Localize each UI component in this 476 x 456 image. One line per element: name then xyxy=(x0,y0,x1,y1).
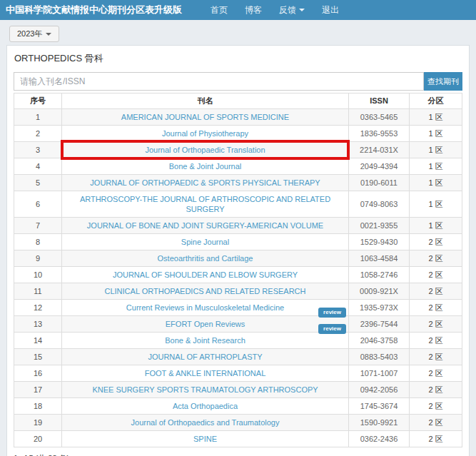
issn-cell: 1590-9921 xyxy=(349,415,410,431)
nav-item-home[interactable]: 首页 xyxy=(211,4,228,16)
table-row: 10JOURNAL OF SHOULDER AND ELBOW SURGERY1… xyxy=(14,267,462,283)
zone-cell: 2 区 xyxy=(410,234,462,250)
row-index: 12 xyxy=(14,300,62,316)
row-index: 11 xyxy=(14,283,62,300)
journal-link[interactable]: Osteoarthritis and Cartilage xyxy=(158,254,253,263)
zone-cell: 1 区 xyxy=(410,218,462,234)
row-index: 19 xyxy=(14,415,62,431)
zone-cell: 1 区 xyxy=(410,158,462,175)
issn-cell: 1836-9553 xyxy=(349,126,410,142)
journal-name-cell: AMERICAN JOURNAL OF SPORTS MEDICINE xyxy=(62,109,349,126)
nav-item-blog[interactable]: 博客 xyxy=(245,4,262,16)
journal-link[interactable]: JOURNAL OF ORTHOPAEDIC & SPORTS PHYSICAL… xyxy=(90,178,320,187)
zone-cell: 2 区 xyxy=(410,431,462,447)
row-index: 18 xyxy=(14,398,62,415)
journal-link[interactable]: Spine Journal xyxy=(181,238,229,246)
table-row: 17KNEE SURGERY SPORTS TRAUMATOLOGY ARTHR… xyxy=(14,382,462,398)
nav-item-logout-label: 退出 xyxy=(322,5,339,15)
nav-links: 首页 博客 反馈 退出 xyxy=(193,4,339,16)
year-toolbar: 2023年 xyxy=(0,20,476,45)
issn-cell: 0009-921X xyxy=(349,283,410,300)
year-dropdown-label: 2023年 xyxy=(17,29,42,38)
row-index: 4 xyxy=(14,158,62,175)
journal-link[interactable]: EFORT Open Reviews xyxy=(166,320,245,328)
table-row: 2Journal of Physiotherapy1836-95531 区 xyxy=(14,126,462,142)
search-input[interactable] xyxy=(14,72,424,91)
row-index: 15 xyxy=(14,349,62,365)
column-header-zone: 分区 xyxy=(410,93,462,109)
journal-name-cell: ARTHROSCOPY-THE JOURNAL OF ARTHROSCOPIC … xyxy=(62,191,349,218)
zone-cell: 2 区 xyxy=(410,382,462,398)
journal-link[interactable]: ARTHROSCOPY-THE JOURNAL OF ARTHROSCOPIC … xyxy=(80,195,330,213)
row-index: 3 xyxy=(14,142,62,158)
journal-name-cell: CLINICAL ORTHOPAEDICS AND RELATED RESEAR… xyxy=(62,283,349,300)
journal-link[interactable]: JOURNAL OF SHOULDER AND ELBOW SURGERY xyxy=(113,270,298,279)
zone-cell: 1 区 xyxy=(410,191,462,218)
journal-link[interactable]: Journal of Physiotherapy xyxy=(162,129,248,138)
row-index: 9 xyxy=(14,250,62,267)
issn-cell: 0362-2436 xyxy=(349,431,410,447)
journal-name-cell: JOURNAL OF ORTHOPAEDIC & SPORTS PHYSICAL… xyxy=(62,175,349,191)
journal-name-cell: Bone & Joint Journal xyxy=(62,158,349,175)
table-row: 7JOURNAL OF BONE AND JOINT SURGERY-AMERI… xyxy=(14,218,462,234)
table-header-row: 序号 刊名 ISSN 分区 xyxy=(14,93,462,109)
journal-name-cell: Acta Orthopaedica xyxy=(62,398,349,415)
year-dropdown-button[interactable]: 2023年 xyxy=(9,26,59,42)
journal-name-cell: Journal of Physiotherapy xyxy=(62,126,349,142)
journal-link[interactable]: Bone & Joint Research xyxy=(165,336,245,345)
journal-link[interactable]: Acta Orthopaedica xyxy=(173,402,238,410)
zone-cell: 2 区 xyxy=(410,250,462,267)
journal-link[interactable]: KNEE SURGERY SPORTS TRAUMATOLOGY ARTHROS… xyxy=(92,385,318,394)
search-button[interactable]: 查找期刊 xyxy=(424,72,462,91)
journal-link[interactable]: CLINICAL ORTHOPAEDICS AND RELATED RESEAR… xyxy=(105,287,306,295)
journal-link[interactable]: FOOT & ANKLE INTERNATIONAL xyxy=(145,369,266,378)
row-index: 14 xyxy=(14,333,62,349)
journal-link[interactable]: AMERICAN JOURNAL OF SPORTS MEDICINE xyxy=(121,113,289,121)
journal-table: 序号 刊名 ISSN 分区 1AMERICAN JOURNAL OF SPORT… xyxy=(14,93,462,447)
review-badge: review xyxy=(318,308,346,318)
row-index: 20 xyxy=(14,431,62,447)
nav-item-feedback[interactable]: 反馈 xyxy=(279,4,305,16)
issn-cell: 1063-4584 xyxy=(349,250,410,267)
journal-name-cell: JOURNAL OF ARTHROPLASTY xyxy=(62,349,349,365)
table-row: 11CLINICAL ORTHOPAEDICS AND RELATED RESE… xyxy=(14,283,462,300)
column-header-journal: 刊名 xyxy=(62,93,349,109)
issn-cell: 1935-973X xyxy=(349,300,410,316)
top-navbar: 中国科学院文献情报中心期刊分区表升级版 首页 博客 反馈 退出 xyxy=(0,0,476,20)
table-row: 18Acta Orthopaedica1745-36742 区 xyxy=(14,398,462,415)
journal-name-cell: Current Reviews in Musculoskeletal Medic… xyxy=(62,300,349,316)
zone-cell: 2 区 xyxy=(410,283,462,300)
issn-cell: 1058-2746 xyxy=(349,267,410,283)
journal-name-cell: KNEE SURGERY SPORTS TRAUMATOLOGY ARTHROS… xyxy=(62,382,349,398)
row-index: 16 xyxy=(14,365,62,382)
nav-item-blog-label: 博客 xyxy=(245,5,262,15)
row-index: 17 xyxy=(14,382,62,398)
journal-name-cell: SPINE xyxy=(62,431,349,447)
chevron-down-icon xyxy=(299,9,305,11)
journal-table-body: 1AMERICAN JOURNAL OF SPORTS MEDICINE0363… xyxy=(14,109,462,447)
journal-link[interactable]: Current Reviews in Musculoskeletal Medic… xyxy=(126,303,284,312)
page-title: ORTHOPEDICS 骨科 xyxy=(7,46,469,70)
issn-cell: 0749-8063 xyxy=(349,191,410,218)
journal-link[interactable]: Journal of Orthopaedics and Traumatology xyxy=(131,418,280,427)
journal-link[interactable]: JOURNAL OF ARTHROPLASTY xyxy=(148,353,262,361)
journal-link[interactable]: SPINE xyxy=(193,435,217,443)
row-index: 6 xyxy=(14,191,62,218)
issn-cell: 2049-4394 xyxy=(349,158,410,175)
journal-name-cell-highlighted: Journal of Orthopaedic Translation xyxy=(62,142,349,158)
journal-link[interactable]: Journal of Orthopaedic Translation xyxy=(145,146,265,154)
journal-name-cell: Bone & Joint Research xyxy=(62,333,349,349)
page-count-info: 1 of 5 (共 88 条) xyxy=(14,453,462,456)
zone-cell: 1 区 xyxy=(410,109,462,126)
row-index: 2 xyxy=(14,126,62,142)
table-row: 14Bone & Joint Research2046-37582 区 xyxy=(14,333,462,349)
table-row: 19Journal of Orthopaedics and Traumatolo… xyxy=(14,415,462,431)
zone-cell: 1 区 xyxy=(410,142,462,158)
table-row: 9Osteoarthritis and Cartilage1063-45842 … xyxy=(14,250,462,267)
journal-name-cell: EFORT Open Reviewsreview xyxy=(62,316,349,333)
journal-link[interactable]: Bone & Joint Journal xyxy=(169,162,242,171)
nav-item-logout[interactable]: 退出 xyxy=(322,4,339,16)
zone-cell: 2 区 xyxy=(410,365,462,382)
journal-name-cell: JOURNAL OF SHOULDER AND ELBOW SURGERY xyxy=(62,267,349,283)
journal-link[interactable]: JOURNAL OF BONE AND JOINT SURGERY-AMERIC… xyxy=(87,221,323,230)
